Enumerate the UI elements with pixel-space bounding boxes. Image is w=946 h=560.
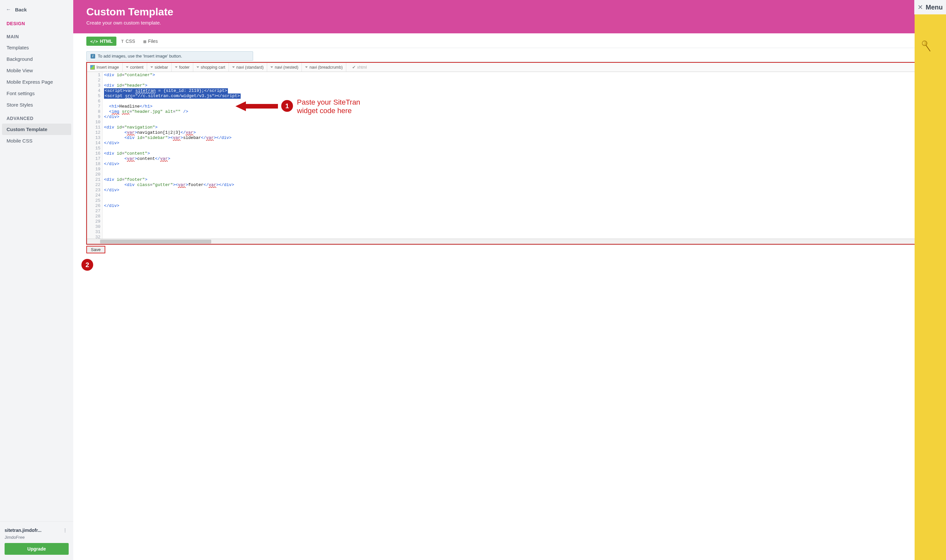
chevron-down-icon	[126, 66, 129, 68]
scrollbar-thumb[interactable]	[100, 240, 211, 243]
code-line[interactable]	[104, 235, 932, 238]
xhtml-indicator: ✔xhtml	[349, 65, 370, 70]
sidebar-item-mobile-css[interactable]: Mobile CSS	[0, 135, 73, 146]
image-icon	[90, 65, 95, 70]
code-line[interactable]	[104, 172, 932, 177]
horizontal-scrollbar[interactable]	[87, 238, 932, 244]
insert-image-label: Insert image	[97, 65, 119, 70]
code-line[interactable]: <script>var sitetran = {site_id: 2119};<…	[104, 88, 932, 94]
toolbar-item-navi-nested-[interactable]: navi (nested)	[267, 63, 302, 72]
back-label: Back	[15, 7, 27, 12]
text-icon: T	[121, 39, 124, 44]
code-line[interactable]	[104, 78, 932, 83]
code-line[interactable]	[104, 209, 932, 214]
sidebar-item-mobile-view[interactable]: Mobile View	[0, 65, 73, 76]
more-icon[interactable]: ⋮	[62, 526, 69, 534]
section-main: MAIN	[0, 29, 73, 42]
hero: Custom Template Create your own custom t…	[73, 0, 946, 33]
info-icon: i	[91, 54, 95, 58]
code-line[interactable]: <div id="header">	[104, 83, 932, 88]
arrow-left-icon: ←	[6, 6, 11, 12]
tab-label: Files	[148, 38, 158, 44]
tab-html[interactable]: </>HTML	[86, 37, 117, 46]
code-line[interactable]: <div id="footer">	[104, 177, 932, 182]
section-design[interactable]: DESIGN	[0, 16, 73, 29]
tab-files[interactable]: ▤Files	[140, 37, 162, 46]
sidebar-item-store-styles[interactable]: Store Styles	[0, 99, 73, 111]
toolbar-item-label: content	[130, 65, 143, 70]
sidebar-item-mobile-express-page[interactable]: Mobile Express Page	[0, 76, 73, 88]
tab-css[interactable]: TCSS	[117, 37, 139, 46]
info-bar: i To add images, use the 'Insert image' …	[86, 51, 253, 61]
code-line[interactable]	[104, 224, 932, 229]
code-line[interactable]: <script src="//c.sitetran.com/widget/v3.…	[104, 94, 932, 99]
sidebar-item-background[interactable]: Background	[0, 53, 73, 65]
insert-image-button[interactable]: Insert image	[87, 63, 123, 72]
xhtml-label: xhtml	[357, 65, 367, 70]
code-line[interactable]	[104, 167, 932, 172]
code-line[interactable]: <div id="content">	[104, 151, 932, 156]
menu-button[interactable]: ✕ Menu	[914, 0, 946, 14]
code-line[interactable]: </div>	[104, 141, 932, 146]
code-line[interactable]	[104, 219, 932, 224]
code-line[interactable]: <div id="navigation">	[104, 125, 932, 130]
sidebar-item-templates[interactable]: Templates	[0, 42, 73, 53]
advanced-nav: Custom TemplateMobile CSS	[0, 123, 73, 146]
chevron-down-icon	[197, 66, 199, 68]
preview-strip	[915, 0, 946, 560]
toolbar-item-navi-standard-[interactable]: navi (standard)	[229, 63, 267, 72]
tab-label: HTML	[100, 38, 112, 44]
toolbar-item-sidebar[interactable]: sidebar	[147, 63, 172, 72]
chevron-down-icon	[175, 66, 178, 68]
code-line[interactable]: </div>	[104, 203, 932, 209]
sidebar-item-font-settings[interactable]: Font settings	[0, 88, 73, 99]
toolbar-item-navi-breadcrumb-[interactable]: navi (breadcrumb)	[302, 63, 346, 72]
sidebar-item-custom-template[interactable]: Custom Template	[2, 123, 71, 135]
tab-label: CSS	[126, 38, 135, 44]
code-line[interactable]: </div>	[104, 114, 932, 120]
code-line[interactable]	[104, 229, 932, 235]
code-line[interactable]: <div class="gutter"><var>footer</var></d…	[104, 182, 932, 188]
code-line[interactable]: <h1>Headline</h1>	[104, 104, 932, 109]
code-line[interactable]: </div>	[104, 162, 932, 167]
toolbar-item-footer[interactable]: footer	[172, 63, 193, 72]
code-line[interactable]: <div id="container">	[104, 72, 932, 78]
toolbar-item-content[interactable]: content	[123, 63, 147, 72]
code-area[interactable]: 1234567891011121314151617181920212223242…	[87, 72, 932, 238]
page-title: Custom Template	[86, 6, 933, 18]
code-line[interactable]	[104, 214, 932, 219]
code-line[interactable]	[104, 146, 932, 151]
code-editor: Insert image contentsidebarfootershoppin…	[86, 62, 933, 245]
code-line[interactable]: <img src="header.jpg" alt="" />	[104, 109, 932, 114]
chevron-down-icon	[305, 66, 308, 68]
code-line[interactable]: <div id="sidebar"><var>sidebar</var></di…	[104, 135, 932, 141]
chevron-down-icon	[151, 66, 153, 68]
code-line[interactable]	[104, 99, 932, 104]
info-text: To add images, use the 'Insert image' bu…	[98, 54, 182, 58]
upgrade-button[interactable]: Upgrade	[5, 543, 69, 555]
line-gutter: 1234567891011121314151617181920212223242…	[87, 72, 103, 238]
sidebar-footer: sitetran.jimdofr... ⋮ JimdoFree Upgrade	[0, 522, 73, 560]
save-button[interactable]: Save	[86, 246, 105, 253]
check-icon: ✔	[352, 65, 356, 70]
code-line[interactable]: <var>content</var>	[104, 156, 932, 162]
toolbar-item-shopping-cart[interactable]: shopping cart	[193, 63, 229, 72]
chevron-down-icon	[271, 66, 273, 68]
chevron-down-icon	[232, 66, 235, 68]
menu-label: Menu	[926, 4, 943, 11]
toolbar-item-label: shopping cart	[201, 65, 225, 70]
tabs: </>HTMLTCSS▤Files	[73, 33, 946, 48]
site-name: sitetran.jimdofr...	[5, 528, 42, 533]
toolbar-item-label: sidebar	[155, 65, 168, 70]
code-line[interactable]	[104, 198, 932, 203]
code-lines[interactable]: <div id="container"><div id="header"><sc…	[103, 72, 932, 238]
back-button[interactable]: ← Back	[0, 3, 73, 16]
code-line[interactable]	[104, 193, 932, 198]
code-icon: </>	[90, 39, 98, 44]
code-line[interactable]: </div>	[104, 188, 932, 193]
code-line[interactable]	[104, 120, 932, 125]
section-advanced: ADVANCED	[0, 111, 73, 123]
code-line[interactable]: <var>navigation[1|2|3]</var>	[104, 130, 932, 135]
close-icon: ✕	[918, 3, 923, 11]
toolbar-item-label: navi (standard)	[237, 65, 263, 70]
